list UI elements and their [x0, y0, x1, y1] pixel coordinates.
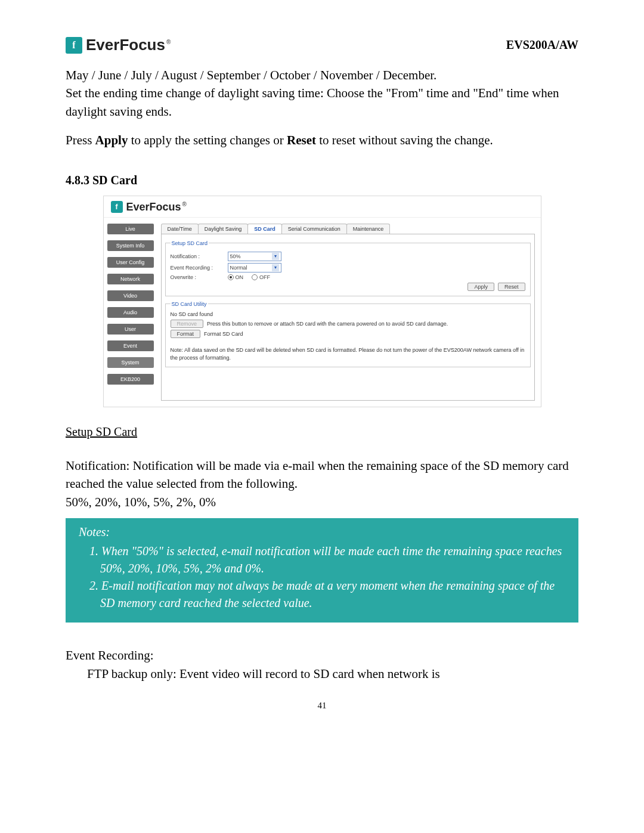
model-label: EVS200A/AW — [506, 38, 578, 52]
chevron-down-icon: ▾ — [272, 264, 279, 271]
sidebar-item-event[interactable]: Event — [107, 340, 154, 351]
label-overwrite: Overwrite : — [171, 274, 224, 280]
sidebar-item-live[interactable]: Live — [107, 224, 154, 234]
event-para: FTP backup only: Event video will record… — [87, 665, 578, 683]
subheading-setup: Setup SD Card — [66, 425, 578, 439]
notification-para1: Notification: Notification will be made … — [66, 457, 578, 493]
tab-datetime[interactable]: Date/Time — [161, 224, 199, 234]
select-eventrecording[interactable]: Normal ▾ — [228, 263, 281, 272]
sidebar-item-userconfig[interactable]: User Config — [107, 257, 154, 268]
sidebar-item-systeminfo[interactable]: System Info — [107, 240, 154, 251]
section-title: 4.8.3 SD Card — [66, 174, 578, 187]
body-line-1: May / June / July / August / September /… — [66, 66, 578, 84]
notes-item-2: 2. E-mail notification may not always be… — [89, 577, 565, 612]
sidebar-item-network[interactable]: Network — [107, 274, 154, 284]
ss-header: f EverFocus® — [104, 196, 541, 218]
tab-maintenance[interactable]: Maintenance — [346, 224, 391, 234]
legend-utility: SD Card Utility — [171, 301, 208, 307]
notes-box: Notes: 1. When "50%" is selected, e-mail… — [66, 518, 578, 623]
tab-daylight[interactable]: Daylight Saving — [198, 224, 249, 234]
tab-serial[interactable]: Serial Communication — [281, 224, 347, 234]
radio-overwrite-off[interactable]: OFF — [252, 274, 270, 280]
fieldset-setup: Setup SD Card Notification : 50% ▾ Event… — [165, 240, 531, 296]
config-screenshot: f EverFocus® Live System Info User Confi… — [103, 196, 541, 407]
format-desc: Format SD Card — [204, 330, 243, 338]
brand-name: EverFocus® — [86, 36, 171, 54]
format-button[interactable]: Format — [171, 330, 201, 338]
page-header: f EverFocus® EVS200A/AW — [66, 36, 578, 54]
radio-overwrite-on[interactable]: ON — [228, 274, 244, 280]
notes-item-1: 1. When "50%" is selected, e-mail notifi… — [89, 543, 565, 577]
sidebar-item-video[interactable]: Video — [107, 290, 154, 301]
remove-desc: Press this button to remove or attach SD… — [207, 320, 448, 328]
chevron-down-icon: ▾ — [272, 253, 279, 260]
select-notification[interactable]: 50% ▾ — [228, 252, 281, 261]
legend-setup: Setup SD Card — [171, 240, 209, 246]
notification-para2: 50%, 20%, 10%, 5%, 2%, 0% — [66, 493, 578, 511]
ss-sidebar: Live System Info User Config Network Vid… — [104, 218, 157, 407]
tab-sdcard[interactable]: SD Card — [247, 224, 282, 234]
reset-button[interactable]: Reset — [498, 283, 525, 291]
notes-title: Notes: — [79, 525, 565, 539]
sidebar-item-ekb200[interactable]: EKB200 — [107, 374, 154, 385]
label-eventrecording: Event Recording : — [171, 265, 224, 271]
no-card-text: No SD card found — [171, 311, 525, 318]
fieldset-utility: SD Card Utility No SD card found Remove … — [165, 301, 531, 367]
ss-tabs: Date/Time Daylight Saving SD Card Serial… — [161, 224, 535, 234]
ss-logo-icon: f — [111, 201, 123, 213]
remove-button[interactable]: Remove — [171, 320, 204, 328]
event-heading: Event Recording: — [66, 646, 578, 664]
page-number: 41 — [66, 701, 578, 711]
sidebar-item-user[interactable]: User — [107, 324, 154, 335]
ss-brand: EverFocus® — [126, 201, 187, 213]
body-line-3: Press Apply to apply the setting changes… — [66, 131, 578, 149]
utility-note: Note: All data saved on the SD card will… — [171, 346, 525, 361]
sidebar-item-system[interactable]: System — [107, 357, 154, 368]
label-notification: Notification : — [171, 253, 224, 259]
body-line-2: Set the ending time change of daylight s… — [66, 84, 578, 120]
brand-logo: f EverFocus® — [66, 36, 171, 54]
sidebar-item-audio[interactable]: Audio — [107, 307, 154, 318]
logo-icon: f — [66, 37, 82, 54]
apply-button[interactable]: Apply — [467, 283, 494, 291]
